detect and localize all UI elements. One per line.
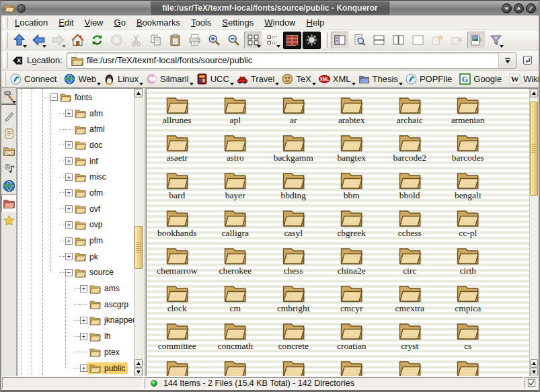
tree-expander-plus-icon[interactable]: + <box>65 189 73 196</box>
folder-item-apl[interactable]: apl <box>206 94 265 132</box>
image-gallery-button[interactable] <box>467 32 486 49</box>
bookmark-tex[interactable]: TeX <box>279 72 315 87</box>
folder-item-bbold[interactable]: bbold <box>381 169 439 207</box>
menu-go[interactable]: Go <box>109 16 131 29</box>
menu-edit[interactable]: Edit <box>53 16 79 29</box>
folder-item-bangtex[interactable]: bangtex <box>323 132 381 169</box>
menu-window[interactable]: Window <box>259 16 301 29</box>
folder-item[interactable] <box>148 358 206 377</box>
tree-row-ofm[interactable]: +ofm <box>17 185 133 201</box>
folder-item-cirth[interactable]: cirth <box>439 245 498 282</box>
location-dropdown-button[interactable] <box>498 53 516 68</box>
go-button[interactable] <box>519 52 535 69</box>
folder-item-casyl[interactable]: casyl <box>264 207 323 245</box>
toolbar-drag-handle[interactable] <box>3 32 8 48</box>
tree-row-public[interactable]: +public <box>17 360 133 377</box>
tree-expander-plus-icon[interactable]: + <box>80 317 87 324</box>
folder-item-ar[interactable]: ar <box>264 94 323 132</box>
tree-folder-item[interactable]: inf <box>73 155 101 167</box>
bookmark-connect[interactable]: Connect <box>7 72 61 87</box>
folder-item[interactable] <box>206 358 265 377</box>
tree-folder-item[interactable]: fonts <box>58 91 95 103</box>
sidebar-tab-bookmarks[interactable] <box>1 212 16 229</box>
folder-item-barcodes[interactable]: barcodes <box>439 132 498 169</box>
tree-scroll-up-button[interactable] <box>134 89 143 97</box>
bookmark-thesis[interactable]: Thesis <box>356 72 403 87</box>
tree-folder-item[interactable]: pfm <box>73 235 106 247</box>
tree-expander-plus-icon[interactable]: + <box>65 237 73 245</box>
folder-item[interactable] <box>381 358 439 377</box>
zoom-out-button[interactable] <box>225 32 243 49</box>
folder-item-chess[interactable]: chess <box>264 245 323 282</box>
paste-button[interactable] <box>166 32 184 49</box>
view-filter-dropdown-caret-icon[interactable] <box>500 45 504 48</box>
tree-row-ovp[interactable]: +ovp <box>17 217 133 233</box>
tree-folder-item[interactable]: doc <box>73 139 105 151</box>
folder-item-cmbright[interactable]: cmbright <box>264 282 323 320</box>
folder-item-clock[interactable]: clock <box>148 282 206 320</box>
tree-scroll-up2-button[interactable] <box>134 359 143 368</box>
icon-view-scrollbar[interactable] <box>529 89 538 377</box>
tree-expander-plus-icon[interactable]: + <box>65 253 73 260</box>
folder-item-cryst[interactable]: cryst <box>381 320 439 358</box>
tree-folder-item[interactable]: source <box>73 267 116 278</box>
folder-item-cmextra[interactable]: cmextra <box>381 282 439 320</box>
folder-item-bbm[interactable]: bbm <box>323 169 381 207</box>
folder-item-calligra[interactable]: calligra <box>206 207 265 245</box>
close-button[interactable] <box>526 3 536 13</box>
tree-row-inf[interactable]: +inf <box>17 153 133 169</box>
bookshelf-view-dropdown-caret-icon[interactable] <box>296 45 300 48</box>
folder-item-cchess[interactable]: cchess <box>381 207 439 245</box>
folder-icon-view[interactable]: allrunesaplararabtexarchaicarmenianasaet… <box>146 88 539 377</box>
menu-location[interactable]: Location <box>9 16 53 29</box>
menu-tools[interactable]: Tools <box>186 16 217 29</box>
tree-expander-minus-icon[interactable]: − <box>65 269 73 276</box>
menu-bookmarks[interactable]: Bookmarks <box>131 16 186 29</box>
copy-button[interactable] <box>147 32 165 49</box>
tree-row-source[interactable]: −source <box>17 265 133 281</box>
folder-item-bbding[interactable]: bbding <box>264 169 323 207</box>
menu-view[interactable]: View <box>79 16 109 29</box>
folder-item-asaetr[interactable]: asaetr <box>148 132 206 169</box>
close-active-view-button[interactable] <box>409 32 427 49</box>
menu-help[interactable]: Help <box>301 16 330 29</box>
gear-view-button[interactable] <box>303 32 321 49</box>
view-scroll-up2-button[interactable] <box>530 359 538 368</box>
tree-row-lh[interactable]: +lh <box>17 328 133 344</box>
location-value[interactable]: file:/usr/TeX/texmf-local/fonts/source/p… <box>87 55 498 65</box>
folder-item-arabtex[interactable]: arabtex <box>323 94 381 132</box>
up-dropdown-caret-icon[interactable] <box>23 45 27 48</box>
sidebar-tab-home-directory[interactable] <box>1 142 16 159</box>
tree-folder-item[interactable]: misc <box>73 171 109 183</box>
folder-item-concmath[interactable]: concmath <box>206 320 265 358</box>
tree-folder-item[interactable]: ascgrp <box>87 299 131 310</box>
sidebar-tab-pen[interactable] <box>1 107 16 124</box>
tree-row-jknappen[interactable]: +jknappen <box>17 313 133 329</box>
folder-item-bengali[interactable]: bengali <box>439 169 498 207</box>
tree-folder-item[interactable]: ams <box>87 283 122 295</box>
folder-item-bayer[interactable]: bayer <box>206 169 265 207</box>
tree-folder-item[interactable]: ovf <box>73 203 103 214</box>
sidebar-tab-network[interactable] <box>1 177 16 194</box>
statusbar-link-view-checkbox[interactable] <box>525 377 538 389</box>
folder-item-cbgreek[interactable]: cbgreek <box>323 207 381 245</box>
bookmarkbar-drag-handle[interactable] <box>3 72 6 86</box>
titlebar[interactable]: file:/usr/TeX/texmf-local/fonts/source/p… <box>1 1 539 15</box>
tree-folder-item[interactable]: pk <box>73 251 101 262</box>
view-scrollbar-thumb[interactable] <box>530 102 538 196</box>
icon-view-dropdown-caret-icon[interactable] <box>257 45 261 48</box>
maximize-button[interactable] <box>514 3 524 13</box>
bookmark-web[interactable]: Web <box>61 72 101 87</box>
tree-folder-item[interactable]: lh <box>87 331 113 342</box>
tree-folder-item[interactable]: ptex <box>87 346 122 358</box>
view-filter-button[interactable] <box>487 32 505 49</box>
tree-expander-plus-icon[interactable]: + <box>65 173 73 181</box>
tree-row-fonts[interactable]: −fonts <box>17 89 133 106</box>
tree-expander-plus-icon[interactable]: + <box>80 364 87 372</box>
folder-item-croatian[interactable]: croatian <box>323 320 381 358</box>
tree-expander-plus-icon[interactable]: + <box>80 285 87 292</box>
tree-expander-plus-icon[interactable]: + <box>65 205 73 212</box>
tree-scrollbar-thumb[interactable] <box>134 226 143 269</box>
bookmark-wikipedia[interactable]: WWikipedia <box>506 72 540 87</box>
view-scroll-up-button[interactable] <box>530 89 538 97</box>
